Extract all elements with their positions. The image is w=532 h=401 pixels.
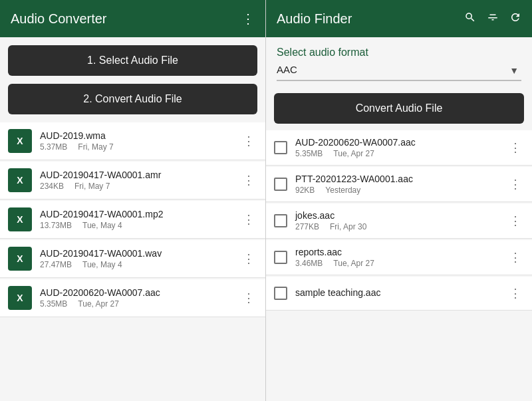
audio-file-info-4: sample teaching.aac <box>295 287 507 299</box>
file-name-1: AUD-20190417-WA0001.amr <box>40 170 240 180</box>
audio-file-meta-3: 3.46MB Tue, Apr 27 <box>295 259 507 268</box>
refresh-icon[interactable] <box>509 11 521 27</box>
audio-file-menu-icon-0[interactable]: ⋮ <box>507 138 524 158</box>
format-section: Select audio format AACMP3WAVOGGFLACAMRM… <box>266 37 532 86</box>
audio-file-info-1: PTT-20201223-WA0001.aac 92KB Yesterday <box>295 174 507 195</box>
audio-file-date-3: Tue, Apr 27 <box>333 259 374 268</box>
file-size-3: 27.47MB <box>40 260 72 269</box>
list-item[interactable]: X AUD-2019.wma 5.37MB Fri, May 7 ⋮ <box>0 122 265 160</box>
left-header: Audio Converter ⋮ <box>0 0 265 37</box>
convert-audio-button[interactable]: 2. Convert Audio File <box>8 84 257 114</box>
file-icon-label: X <box>17 293 23 303</box>
audio-file-menu-icon-4[interactable]: ⋮ <box>507 283 524 303</box>
file-icon-0: X <box>8 129 32 153</box>
file-date-3: Tue, May 4 <box>82 260 122 269</box>
audio-file-menu-icon-1[interactable]: ⋮ <box>507 174 524 194</box>
list-item[interactable]: X AUD-20190417-WA0001.wav 27.47MB Tue, M… <box>0 240 265 278</box>
list-item[interactable]: sample teaching.aac ⋮ <box>266 277 532 311</box>
audio-file-meta-2: 277KB Fri, Apr 30 <box>295 222 507 231</box>
file-icon-label: X <box>17 253 23 264</box>
file-checkbox-3[interactable] <box>274 251 287 264</box>
file-info-4: AUD-20200620-WA0007.aac 5.35MB Tue, Apr … <box>40 287 240 309</box>
file-checkbox-4[interactable] <box>274 287 287 300</box>
audio-file-meta-0: 5.35MB Tue, Apr 27 <box>295 149 507 158</box>
file-info-3: AUD-20190417-WA0001.wav 27.47MB Tue, May… <box>40 248 240 269</box>
file-checkbox-2[interactable] <box>274 214 287 227</box>
audio-file-name-1: PTT-20201223-WA0001.aac <box>295 174 507 184</box>
file-size-1: 234KB <box>40 182 64 191</box>
list-item[interactable]: reports.aac 3.46MB Tue, Apr 27 ⋮ <box>266 240 532 275</box>
audio-file-info-3: reports.aac 3.46MB Tue, Apr 27 <box>295 247 507 268</box>
file-icon-label: X <box>17 136 23 146</box>
list-item[interactable]: AUD-20200620-WA0007.aac 5.35MB Tue, Apr … <box>266 130 532 166</box>
select-audio-button[interactable]: 1. Select Audio File <box>8 45 257 76</box>
list-item[interactable]: X AUD-20200620-WA0007.aac 5.35MB Tue, Ap… <box>0 279 265 317</box>
file-date-1: Fri, May 7 <box>74 182 110 191</box>
file-menu-icon-1[interactable]: ⋮ <box>240 170 257 190</box>
file-info-1: AUD-20190417-WA0001.amr 234KB Fri, May 7 <box>40 170 240 191</box>
file-icon-1: X <box>8 168 32 192</box>
format-select-wrapper: AACMP3WAVOGGFLACAMRM4A ▼ <box>277 64 521 81</box>
file-icon-label: X <box>17 214 23 225</box>
filter-icon[interactable] <box>487 11 499 27</box>
file-date-0: Fri, May 7 <box>78 142 113 152</box>
file-meta-0: 5.37MB Fri, May 7 <box>40 142 240 152</box>
left-panel: Audio Converter ⋮ 1. Select Audio File 2… <box>0 0 266 401</box>
file-meta-4: 5.35MB Tue, Apr 27 <box>40 299 240 309</box>
file-checkbox-1[interactable] <box>274 178 287 191</box>
audio-file-name-3: reports.aac <box>295 247 507 257</box>
audio-file-meta-1: 92KB Yesterday <box>295 186 507 195</box>
left-title: Audio Converter <box>11 11 107 27</box>
file-size-0: 5.37MB <box>40 142 67 152</box>
right-title: Audio Finder <box>277 11 352 27</box>
audio-file-date-2: Fri, Apr 30 <box>330 222 366 231</box>
file-checkbox-0[interactable] <box>274 141 287 154</box>
list-item[interactable]: jokes.aac 277KB Fri, Apr 30 ⋮ <box>266 203 532 239</box>
audio-file-menu-icon-2[interactable]: ⋮ <box>507 211 524 231</box>
audio-file-size-1: 92KB <box>295 186 315 195</box>
file-meta-2: 13.73MB Tue, May 4 <box>40 221 240 230</box>
file-menu-icon-0[interactable]: ⋮ <box>240 131 257 151</box>
audio-file-info-0: AUD-20200620-WA0007.aac 5.35MB Tue, Apr … <box>295 137 507 158</box>
file-meta-3: 27.47MB Tue, May 4 <box>40 260 240 269</box>
audio-file-info-2: jokes.aac 277KB Fri, Apr 30 <box>295 210 507 231</box>
audio-file-name-4: sample teaching.aac <box>295 287 507 298</box>
file-meta-1: 234KB Fri, May 7 <box>40 182 240 191</box>
file-name-2: AUD-20190417-WA0001.mp2 <box>40 209 240 219</box>
file-date-4: Tue, Apr 27 <box>78 299 119 309</box>
convert-audio-right-button[interactable]: Convert Audio File <box>274 93 524 124</box>
audio-file-name-2: jokes.aac <box>295 210 507 221</box>
file-icon-label: X <box>17 175 23 186</box>
audio-file-name-0: AUD-20200620-WA0007.aac <box>295 137 507 148</box>
audio-file-date-1: Yesterday <box>325 186 360 195</box>
file-menu-icon-3[interactable]: ⋮ <box>240 249 257 269</box>
format-label: Select audio format <box>277 47 521 59</box>
file-menu-icon-2[interactable]: ⋮ <box>240 209 257 229</box>
right-header-icons <box>464 11 521 27</box>
list-item[interactable]: PTT-20201223-WA0001.aac 92KB Yesterday ⋮ <box>266 167 532 202</box>
file-name-4: AUD-20200620-WA0007.aac <box>40 287 240 298</box>
right-panel: Audio Finder Select audio format AACMP3W… <box>266 0 532 401</box>
audio-file-size-2: 277KB <box>295 222 319 231</box>
right-file-list: AUD-20200620-WA0007.aac 5.35MB Tue, Apr … <box>266 130 532 401</box>
left-file-list: X AUD-2019.wma 5.37MB Fri, May 7 ⋮ X AUD… <box>0 122 265 401</box>
file-icon-2: X <box>8 207 32 231</box>
file-date-2: Tue, May 4 <box>82 221 122 230</box>
format-select[interactable]: AACMP3WAVOGGFLACAMRM4A <box>277 64 521 75</box>
file-icon-4: X <box>8 286 32 310</box>
list-item[interactable]: X AUD-20190417-WA0001.amr 234KB Fri, May… <box>0 162 265 200</box>
right-header: Audio Finder <box>266 0 532 37</box>
list-item[interactable]: X AUD-20190417-WA0001.mp2 13.73MB Tue, M… <box>0 201 265 239</box>
search-icon[interactable] <box>464 11 476 27</box>
audio-file-date-0: Tue, Apr 27 <box>333 149 374 158</box>
audio-file-size-0: 5.35MB <box>295 149 323 158</box>
file-menu-icon-4[interactable]: ⋮ <box>240 288 257 308</box>
file-name-0: AUD-2019.wma <box>40 130 240 141</box>
audio-file-menu-icon-3[interactable]: ⋮ <box>507 247 524 267</box>
left-header-menu-icon[interactable]: ⋮ <box>241 11 255 27</box>
audio-file-size-3: 3.46MB <box>295 259 323 268</box>
file-info-0: AUD-2019.wma 5.37MB Fri, May 7 <box>40 130 240 152</box>
file-size-4: 5.35MB <box>40 299 67 309</box>
file-size-2: 13.73MB <box>40 221 72 230</box>
file-info-2: AUD-20190417-WA0001.mp2 13.73MB Tue, May… <box>40 209 240 230</box>
